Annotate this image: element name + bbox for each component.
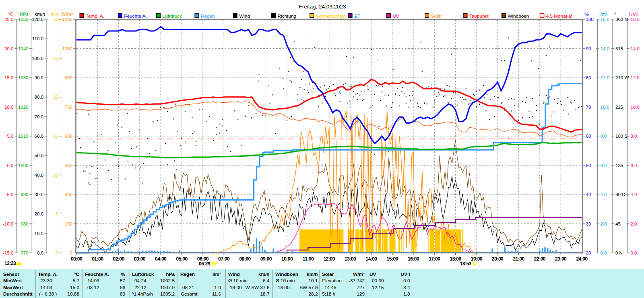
svg-text:2.0: 2.0 xyxy=(601,221,607,226)
svg-text:60.0: 60.0 xyxy=(35,134,43,139)
svg-text:Richtung: Richtung xyxy=(278,13,297,19)
svg-text:Regen: Regen xyxy=(201,13,215,19)
svg-text:18:53: 18:53 xyxy=(460,261,472,267)
svg-text:30: 30 xyxy=(586,221,591,226)
svg-text:6.0: 6.0 xyxy=(631,163,637,168)
svg-text:40: 40 xyxy=(586,192,591,197)
svg-text:150: 150 xyxy=(65,221,72,226)
svg-text:Windböen: Windböen xyxy=(508,13,529,19)
svg-text:Luftdruck: Luftdruck xyxy=(163,13,182,19)
svg-text:15.0: 15.0 xyxy=(4,75,13,80)
svg-text:70.0: 70.0 xyxy=(35,114,43,119)
svg-text:1.0: 1.0 xyxy=(215,285,221,290)
svg-text:120.0: 120.0 xyxy=(32,17,43,22)
svg-text:1002.5: 1002.5 xyxy=(160,278,175,284)
svg-text:600: 600 xyxy=(65,134,72,139)
svg-text:225: 225 xyxy=(615,105,623,110)
svg-text:25: 25 xyxy=(53,56,58,61)
svg-text:10: 10 xyxy=(53,173,58,178)
svg-text:°C: °C xyxy=(74,271,80,277)
svg-text:18.7: 18.7 xyxy=(260,291,270,297)
svg-text:12:00: 12:00 xyxy=(324,256,335,262)
svg-text:Ø 10 min.: Ø 10 min. xyxy=(228,278,249,284)
svg-text:km/h: km/h xyxy=(307,271,318,277)
svg-text:12.0: 12.0 xyxy=(631,75,640,80)
svg-text:1050: 1050 xyxy=(18,17,29,22)
svg-text:20: 20 xyxy=(53,95,58,99)
svg-text:0.0: 0.0 xyxy=(403,278,410,284)
svg-text:1000: 1000 xyxy=(18,163,29,168)
svg-text:Elevation: Elevation xyxy=(322,278,342,284)
svg-text:0.0: 0.0 xyxy=(37,250,43,255)
svg-text:1040: 1040 xyxy=(18,46,29,51)
svg-text:750: 750 xyxy=(65,105,72,110)
svg-text:45: 45 xyxy=(615,221,621,226)
svg-text:Temp. A.: Temp. A. xyxy=(38,271,58,277)
svg-text:Wind: Wind xyxy=(239,13,250,19)
svg-text:l/m²: l/m² xyxy=(599,12,607,17)
svg-text:15: 15 xyxy=(53,134,58,139)
svg-text:16:00: 16:00 xyxy=(408,256,419,262)
svg-text:UV-I: UV-I xyxy=(401,271,410,277)
svg-text:Feuchte A.: Feuchte A. xyxy=(85,271,109,277)
svg-text:0: 0 xyxy=(56,250,58,255)
svg-text:90 O: 90 O xyxy=(615,192,625,197)
svg-text:(+ 6.38 ): (+ 6.38 ) xyxy=(39,291,57,297)
svg-text:W/m²: W/m² xyxy=(353,271,365,277)
svg-text:129: 129 xyxy=(357,291,365,297)
svg-text:06:29: 06:29 xyxy=(199,261,211,267)
svg-text:°: ° xyxy=(614,12,616,17)
svg-text:Durchschnitt: Durchschnitt xyxy=(3,291,33,297)
svg-text:0 N: 0 N xyxy=(615,250,623,255)
svg-text:UV: UV xyxy=(369,271,376,277)
svg-text:8.0: 8.0 xyxy=(631,134,637,139)
svg-text:727: 727 xyxy=(357,285,365,290)
svg-text:6.4: 6.4 xyxy=(263,278,270,284)
svg-text:Taupunkt: Taupunkt xyxy=(469,13,489,19)
svg-text:-37.742: -37.742 xyxy=(349,278,365,284)
svg-text:10.1: 10.1 xyxy=(309,278,318,284)
svg-text:80.0: 80.0 xyxy=(35,95,43,99)
svg-text:UV-I: UV-I xyxy=(629,12,638,17)
svg-text:01:00: 01:00 xyxy=(92,256,103,262)
svg-text:%: % xyxy=(584,12,589,17)
svg-text:03:12: 03:12 xyxy=(87,285,99,290)
svg-text:20:00: 20:00 xyxy=(492,256,504,262)
svg-text:Wind: Wind xyxy=(228,271,240,277)
svg-text:Regen: Regen xyxy=(180,271,195,277)
svg-text:1005.2: 1005.2 xyxy=(160,291,175,297)
svg-text:0.0: 0.0 xyxy=(601,250,607,255)
svg-text:08:21: 08:21 xyxy=(182,285,194,290)
svg-text:UV: UV xyxy=(392,13,399,19)
svg-text:04:00: 04:00 xyxy=(155,256,167,262)
svg-text:1.8: 1.8 xyxy=(403,291,410,297)
svg-text:Ø 10 min.: Ø 10 min. xyxy=(275,278,296,284)
svg-text:13:00: 13:00 xyxy=(345,256,356,262)
svg-text:10.0: 10.0 xyxy=(4,105,13,110)
svg-text:22:12: 22:12 xyxy=(134,285,147,290)
svg-text:11.6: 11.6 xyxy=(212,291,221,297)
svg-text:20.0: 20.0 xyxy=(35,211,43,216)
svg-text:1010: 1010 xyxy=(18,134,29,139)
svg-text:hPa: hPa xyxy=(166,271,175,277)
svg-text:8.0: 8.0 xyxy=(601,134,607,139)
svg-text:Gesamt:: Gesamt: xyxy=(181,291,199,297)
svg-text:ET: ET xyxy=(354,13,360,19)
svg-text:4.0: 4.0 xyxy=(601,192,607,197)
svg-text:W-SW 37.6: W-SW 37.6 xyxy=(245,285,270,290)
svg-text:11:00: 11:00 xyxy=(303,256,314,262)
svg-text:15:00: 15:00 xyxy=(387,256,398,262)
svg-text:2.0: 2.0 xyxy=(631,221,637,226)
svg-text:10.0: 10.0 xyxy=(35,231,43,236)
svg-text:96: 96 xyxy=(120,285,126,290)
svg-text:10.88: 10.88 xyxy=(67,291,79,297)
svg-text:MinWert: MinWert xyxy=(3,278,22,284)
svg-text:4.5 Monat-Ø: 4.5 Monat-Ø xyxy=(546,13,573,19)
svg-text:12:23: 12:23 xyxy=(4,261,16,266)
svg-text:05:00: 05:00 xyxy=(176,256,188,262)
svg-text:hPa: hPa xyxy=(20,12,29,17)
svg-text:315: 315 xyxy=(615,46,623,51)
svg-text:50: 50 xyxy=(586,163,591,168)
svg-text:12:15: 12:15 xyxy=(372,285,384,290)
svg-text:25.0: 25.0 xyxy=(4,17,13,22)
